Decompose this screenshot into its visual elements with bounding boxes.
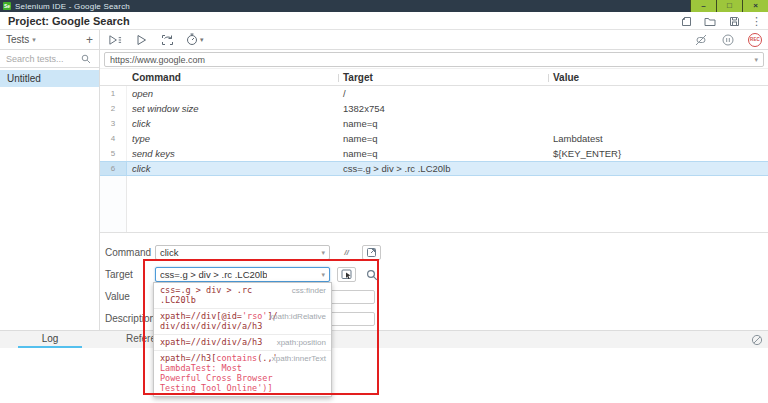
open-new-window-button[interactable] (362, 245, 381, 260)
target-option[interactable]: xpath=//h3[contains(.,' LambdaTest: Most… (154, 350, 331, 396)
value-label: Value (105, 289, 153, 304)
chevron-down-icon: ▾ (321, 249, 325, 257)
table-row-selected[interactable]: 6 click css=.g > div > .rc .LC20lb (100, 161, 768, 176)
window-controls: – □ × (690, 0, 768, 12)
add-test-button[interactable]: + (86, 33, 93, 47)
log-content (0, 348, 768, 403)
locator-type-label: xpath:position (277, 338, 326, 347)
more-options-icon[interactable]: ⋮ (751, 14, 762, 28)
table-row[interactable]: 4 type name=q Lambdatest (100, 131, 768, 146)
project-actions: ⋮ (679, 14, 762, 28)
save-project-icon[interactable] (727, 14, 741, 28)
select-target-button[interactable] (337, 267, 356, 282)
window-title: Selenium IDE - Google Search (15, 2, 130, 11)
playback-toolbar: ▾ REC (100, 30, 768, 50)
commands-table: Command Target Value 1 open / 2 set wind… (100, 69, 768, 233)
locator-type-label: xpath:innerText (272, 354, 326, 363)
maximize-button[interactable]: □ (716, 0, 742, 12)
chevron-down-icon: ▾ (32, 36, 36, 44)
record-button[interactable]: REC (748, 33, 762, 47)
table-header: Command Target Value (100, 69, 768, 86)
find-target-button[interactable] (362, 267, 381, 282)
new-project-icon[interactable] (679, 14, 693, 28)
header-command: Command (127, 69, 338, 86)
selenium-ide-window: Se Selenium IDE - Google Search – □ × Pr… (0, 0, 768, 403)
table-row[interactable]: 5 send keys name=q ${KEY_ENTER} (100, 146, 768, 161)
table-row[interactable]: 2 set window size 1382x754 (100, 101, 768, 116)
target-option[interactable]: xpath=//div[@id='rso']/ div/div/div/div/… (154, 308, 331, 334)
run-current-test-icon[interactable] (134, 33, 148, 47)
target-option[interactable]: css=.g > div > .rc .LC20lb css:finder (154, 283, 331, 308)
locator-type-label: css:finder (292, 286, 326, 295)
tab-log[interactable]: Log (18, 330, 82, 348)
test-speed-icon[interactable]: ▾ (186, 33, 204, 47)
chevron-down-icon: ▾ (321, 271, 325, 279)
base-url-row: ▾ (100, 50, 768, 69)
chevron-down-icon[interactable]: ▾ (754, 56, 758, 64)
open-window-icon (366, 247, 377, 258)
selenium-logo-icon: Se (3, 2, 11, 10)
playback-controls: ▾ (108, 33, 204, 47)
header-target: Target (338, 69, 548, 86)
target-option[interactable]: xpath=//div/div/a/h3 xpath:position (154, 334, 331, 350)
base-url-box: ▾ (104, 52, 764, 67)
bottom-tabbar: Log Reference (0, 330, 768, 348)
target-cursor-icon (341, 269, 353, 280)
run-all-tests-icon[interactable] (108, 33, 122, 47)
bottom-panel: Log Reference (0, 330, 768, 403)
tests-sidebar: Tests ▾ + Untitled (0, 30, 100, 330)
minimize-button[interactable]: – (690, 0, 716, 12)
header-value: Value (548, 69, 768, 86)
disable-breakpoints-icon[interactable] (694, 33, 708, 47)
description-label: Description (105, 311, 153, 326)
search-tests-box (0, 50, 99, 68)
search-icon (366, 269, 378, 281)
comment-toggle-button[interactable]: // (337, 245, 356, 260)
clear-log-icon[interactable] (751, 334, 763, 346)
project-title: Project: Google Search (8, 15, 130, 27)
target-combobox[interactable]: css=.g > div > .rc .LC20lb ▾ (155, 267, 330, 282)
chevron-down-icon: ▾ (200, 36, 204, 44)
search-icon (81, 54, 91, 64)
table-empty-area (100, 176, 768, 233)
close-button[interactable]: × (742, 0, 768, 12)
table-row[interactable]: 1 open / (100, 86, 768, 101)
target-label: Target (105, 267, 153, 282)
titlebar: Se Selenium IDE - Google Search – □ × (0, 0, 768, 12)
table-row[interactable]: 3 click name=q (100, 116, 768, 131)
command-select[interactable]: click ▾ (155, 245, 330, 260)
target-suggestions-dropdown: css=.g > div > .rc .LC20lb css:finder xp… (153, 282, 332, 397)
project-header: Project: Google Search ⋮ (0, 12, 768, 30)
search-tests-input[interactable] (6, 54, 81, 64)
base-url-input[interactable] (110, 55, 754, 65)
test-item-untitled[interactable]: Untitled (0, 70, 99, 87)
open-project-icon[interactable] (703, 14, 717, 28)
command-label: Command (105, 245, 153, 260)
pause-on-exceptions-icon[interactable] (721, 33, 735, 47)
record-controls: REC (694, 33, 762, 47)
step-over-icon[interactable] (160, 33, 174, 47)
locator-type-label: xpath:idRelative (269, 312, 326, 321)
tests-header: Tests ▾ + (0, 30, 99, 50)
tests-list: Untitled (0, 70, 99, 87)
tests-dropdown[interactable]: Tests (6, 34, 29, 45)
